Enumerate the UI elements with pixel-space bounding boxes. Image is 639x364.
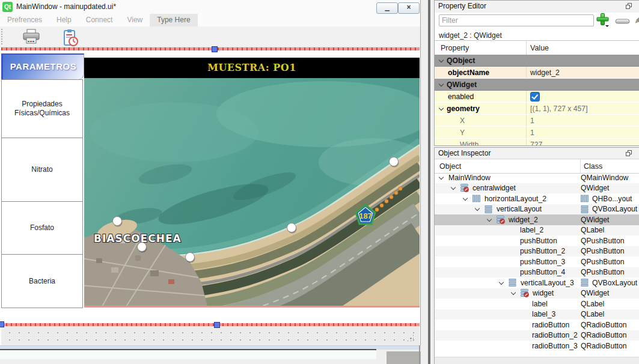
inspector-row[interactable]: radioButton_3QRadioButton	[435, 341, 639, 351]
inspector-row[interactable]: verticalLayoutQVBoxLayout	[435, 204, 639, 215]
inspector-row[interactable]: labelQLabel	[435, 299, 639, 309]
parameter-button[interactable]: Nitrato	[1, 138, 83, 202]
sample-marker[interactable]	[138, 243, 147, 252]
menu-item[interactable]: View	[120, 14, 150, 26]
object-inspector-title-text: Object Inspector	[438, 149, 491, 157]
parameter-button[interactable]: Fosfato	[1, 201, 83, 255]
menu-item[interactable]: Connect	[79, 14, 120, 26]
inspector-object-name: centralwidget	[472, 184, 516, 192]
property-value: 727	[530, 141, 542, 147]
inspector-row[interactable]: MainWindowQMainWindow	[435, 172, 639, 183]
inspector-class-cell: QLabel	[581, 300, 604, 308]
chevron-down-icon[interactable]	[499, 280, 504, 285]
filter-input[interactable]	[439, 14, 594, 26]
chevron-down-icon[interactable]	[451, 185, 456, 190]
report-clock-icon[interactable]	[63, 29, 79, 49]
print-icon[interactable]	[22, 29, 41, 48]
inspector-row[interactable]: horizontalLayout_2QHBo...yout	[435, 193, 639, 204]
toolbar-drag-handle[interactable]	[1, 29, 4, 44]
map-place-label: BIASCOECHEA	[94, 232, 182, 244]
minimize-icon: ▁	[385, 4, 390, 11]
parameter-button[interactable]: Bacteria	[1, 254, 83, 308]
chevron-down-icon[interactable]	[439, 175, 444, 180]
chevron-down-icon[interactable]	[475, 206, 480, 211]
chevron-down-icon[interactable]	[511, 290, 516, 295]
inspector-row[interactable]: pushButtonQPushButton	[435, 235, 639, 246]
float-panel-icon[interactable]	[626, 2, 632, 11]
vertical-splitter[interactable]	[428, 0, 430, 364]
edit-pencil-icon[interactable]	[633, 13, 639, 28]
inspector-table-header: Object Class	[435, 159, 639, 174]
property-row[interactable]: Width727	[435, 139, 639, 146]
inspector-class-cell: QVBoxLayout	[581, 205, 637, 213]
sample-marker[interactable]	[186, 253, 195, 262]
property-value-cell[interactable]: 727	[527, 141, 639, 147]
inspector-object-cell: radioButton_3	[435, 342, 578, 350]
property-row[interactable]: geometry[(1, 1), 727 x 457]	[435, 103, 639, 115]
chevron-down-icon[interactable]	[439, 105, 444, 110]
inspector-row[interactable]: label_3QLabel	[435, 309, 639, 320]
close-button[interactable]: ×	[398, 2, 420, 14]
property-row[interactable]: enabled	[435, 91, 639, 103]
inspector-row[interactable]: radioButtonQRadioButton	[435, 320, 639, 330]
menu-item[interactable]: Help	[49, 14, 79, 26]
satellite-map[interactable]: 187 BIASCOECHEA	[84, 78, 420, 306]
inspector-row[interactable]: pushButton_2QPushButton	[435, 246, 639, 257]
inspector-row[interactable]: widgetQWidget	[435, 288, 639, 299]
parameter-button-label: Propiedades Físicas/Químicas	[8, 100, 76, 118]
layout-handle-left[interactable]	[0, 321, 4, 327]
property-name: objectName	[435, 68, 489, 77]
property-row[interactable]: X1	[435, 115, 639, 127]
close-icon: ×	[406, 3, 411, 11]
property-value-cell[interactable]	[527, 92, 639, 102]
property-editor-title-text: Property Editor	[438, 2, 486, 10]
chevron-down-icon[interactable]	[439, 57, 444, 62]
property-value-cell[interactable]: 1	[527, 129, 639, 137]
inspector-object-cell: centralwidget	[435, 184, 516, 192]
inspector-object-cell: pushButton_4	[435, 268, 565, 276]
property-editor-title: Property Editor	[435, 1, 639, 13]
title-bar[interactable]: Qt MainWindow - mainupdated.ui* ▁ ×	[0, 0, 420, 14]
chevron-down-icon[interactable]	[463, 196, 468, 201]
property-row[interactable]: Y1	[435, 127, 639, 139]
property-value-cell[interactable]: [(1, 1), 727 x 457]	[527, 105, 639, 113]
inspector-row[interactable]: pushButton_3QPushButton	[435, 256, 639, 267]
layout-handle-top[interactable]	[212, 46, 218, 52]
chevron-down-icon[interactable]	[487, 217, 492, 222]
sample-marker[interactable]	[287, 223, 296, 232]
inspector-row[interactable]: pushButton_4QPushButton	[435, 267, 639, 278]
checkbox-checked-icon[interactable]	[530, 92, 540, 102]
property-editor-panel: Property Editor widget_2 : QWidget Prope…	[434, 0, 639, 146]
inspector-row[interactable]: verticalLayout_3QVBoxLayout	[435, 278, 639, 288]
inspector-row[interactable]: label_2QLabel	[435, 225, 639, 236]
property-group-row[interactable]: QWidget	[435, 79, 639, 91]
parameter-button[interactable]: Propiedades Físicas/Químicas	[1, 79, 83, 138]
sample-marker[interactable]	[390, 157, 399, 166]
qt-logo-icon: Qt	[2, 2, 13, 12]
inspector-row[interactable]: widget_2QWidget	[435, 214, 639, 225]
layout-handle-bottom[interactable]	[214, 322, 220, 328]
inspector-row[interactable]: centralwidgetQWidget	[435, 183, 639, 194]
chevron-down-icon[interactable]	[439, 81, 444, 86]
remove-dynamic-property-icon[interactable]	[615, 16, 631, 27]
sample-marker[interactable]	[113, 217, 122, 226]
property-row[interactable]: objectNamewidget_2	[435, 67, 639, 79]
class-column-header: Class	[581, 159, 639, 173]
property-value-cell[interactable]: widget_2	[527, 68, 639, 77]
property-group-row[interactable]: QObject	[435, 55, 639, 67]
property-value-cell[interactable]: 1	[527, 117, 639, 125]
hlayout-icon	[472, 195, 482, 202]
property-name-cell: X	[435, 115, 527, 126]
add-dynamic-property-icon[interactable]	[596, 13, 610, 29]
orange-dot	[380, 204, 384, 207]
inspector-row[interactable]: radioButton_2QRadioButton	[435, 330, 639, 341]
minimize-button[interactable]: ▁	[376, 2, 398, 14]
inspector-class-name: QVBoxLayout	[592, 205, 637, 213]
inspector-class-cell: QWidget	[581, 216, 609, 224]
float-panel-icon[interactable]	[626, 150, 632, 158]
menu-type-here[interactable]: Type Here	[150, 14, 197, 26]
menu-item[interactable]: Prefrences	[0, 14, 49, 26]
inspector-class-cell: QWidget	[581, 289, 609, 297]
property-rows: QObjectobjectNamewidget_2QWidgetenabledg…	[435, 55, 639, 146]
object-inspector-panel: Object Inspector Object Class MainWindow…	[434, 147, 639, 364]
